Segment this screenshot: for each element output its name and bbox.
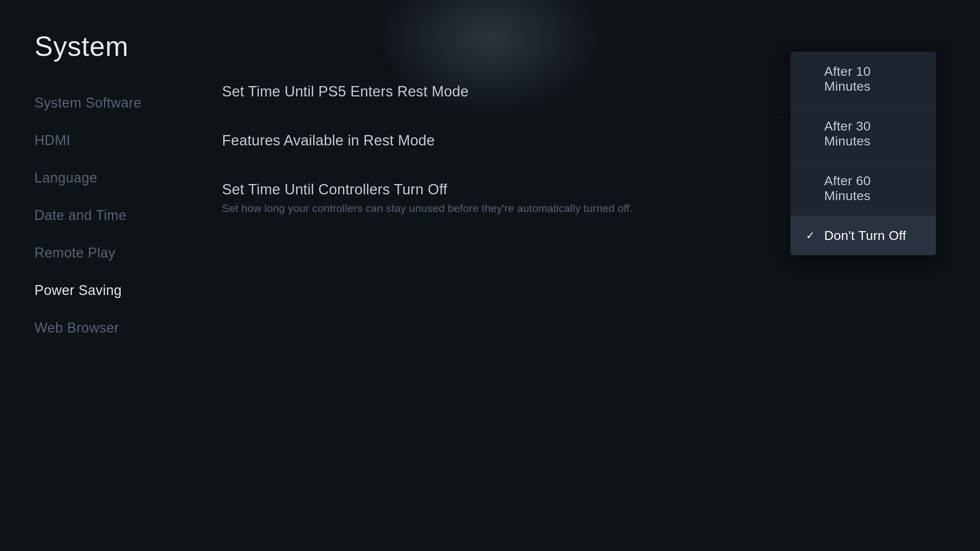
sidebar-item-web-browser[interactable]: Web Browser — [34, 309, 195, 347]
sidebar-item-power-saving[interactable]: Power Saving — [34, 272, 195, 309]
sidebar-item-hdmi[interactable]: HDMI — [34, 122, 195, 159]
dropdown-option-30min[interactable]: After 30 Minutes — [791, 106, 936, 161]
page-title: System — [34, 31, 129, 62]
check-icon: ✓ — [806, 229, 818, 242]
sidebar-item-system-software[interactable]: System Software — [34, 84, 195, 122]
dropdown-menu: After 10 Minutes After 30 Minutes After … — [791, 52, 936, 255]
sidebar-item-language[interactable]: Language — [34, 159, 195, 197]
dropdown-option-60min[interactable]: After 60 Minutes — [791, 161, 936, 216]
sidebar-item-remote-play[interactable]: Remote Play — [34, 234, 195, 272]
sidebar: System Software HDMI Language Date and T… — [34, 84, 195, 347]
sidebar-item-date-and-time[interactable]: Date and Time — [34, 197, 195, 234]
dropdown-option-10min[interactable]: After 10 Minutes — [791, 52, 936, 106]
dropdown-option-dont-turn-off[interactable]: ✓ Don't Turn Off — [791, 216, 936, 255]
